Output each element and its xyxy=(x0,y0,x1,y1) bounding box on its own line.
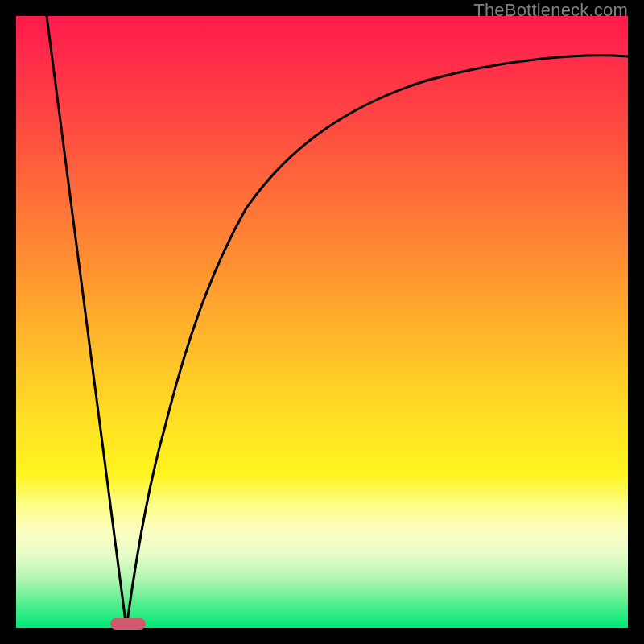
left-slope-line xyxy=(47,16,126,628)
chart-container: TheBottleneck.com xyxy=(0,0,644,644)
right-curve-path xyxy=(126,56,628,628)
minimum-marker xyxy=(110,618,146,630)
plot-area xyxy=(16,16,628,628)
chart-curves-svg xyxy=(16,16,628,628)
